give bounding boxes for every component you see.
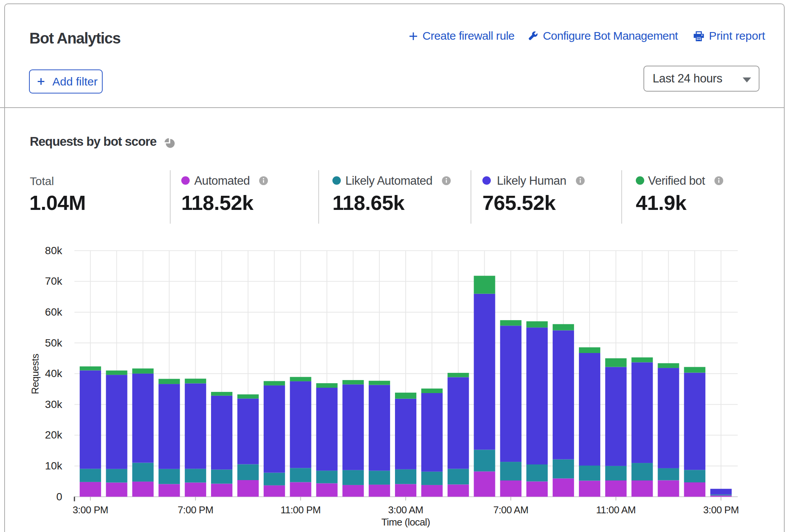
svg-text:7:00 PM: 7:00 PM [178,504,213,516]
svg-text:Time (local): Time (local) [381,516,430,528]
svg-text:7:00 AM: 7:00 AM [493,504,528,516]
svg-text:0: 0 [56,491,62,503]
svg-text:80k: 80k [45,245,63,256]
svg-text:11:00 AM: 11:00 AM [596,504,636,516]
svg-text:11:00 PM: 11:00 PM [281,504,321,516]
svg-text:3:00 AM: 3:00 AM [388,504,423,516]
svg-text:70k: 70k [45,275,63,287]
svg-text:3:00 PM: 3:00 PM [73,504,108,516]
svg-text:60k: 60k [45,306,63,318]
svg-text:40k: 40k [45,368,63,379]
svg-text:30k: 30k [45,398,63,410]
svg-text:50k: 50k [45,337,63,349]
svg-text:Requests: Requests [29,354,41,394]
svg-text:3:00 PM: 3:00 PM [703,504,739,516]
svg-text:20k: 20k [45,429,63,441]
svg-text:10k: 10k [45,460,63,472]
